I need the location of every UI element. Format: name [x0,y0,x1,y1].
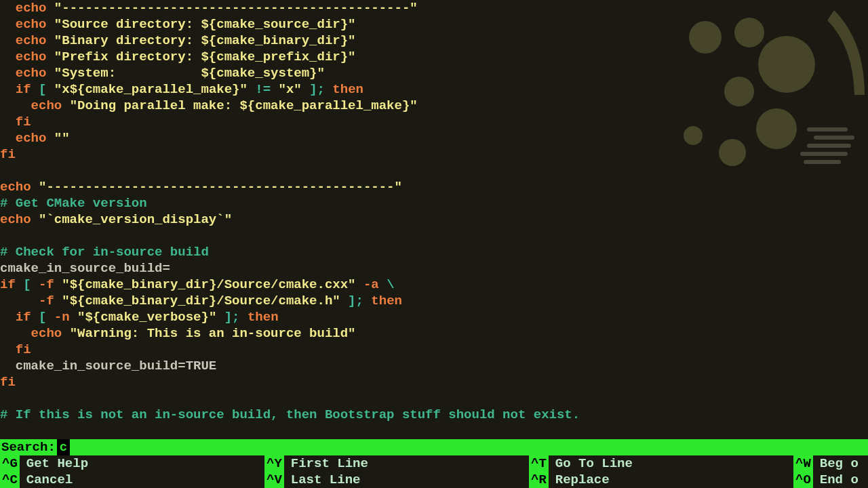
code-line [0,390,868,407]
help-item: ^GGet Help [0,455,264,472]
help-item: ^RReplace [529,472,793,488]
help-item: ^VLast Line [264,472,529,488]
search-input[interactable]: c [57,439,70,455]
code-line: # Check for in-source build [0,244,868,260]
code-line: cmake_in_source_build= [0,260,868,277]
code-line: fi [0,342,868,358]
code-line: echo "System: ${cmake_system}" [0,65,868,81]
help-item: ^TGo To Line [529,455,793,472]
help-item: ^CCancel [0,472,264,488]
code-line: echo "----------------------------------… [0,179,868,195]
help-item: ^YFirst Line [264,455,529,472]
code-line: echo "" [0,130,868,146]
shortcut-key: ^G [0,455,20,472]
search-label: Search: [0,439,56,455]
shortcut-key: ^V [264,472,284,488]
shortcut-key: ^Y [264,455,284,472]
code-line: echo "Doing parallel make: ${cmake_paral… [0,98,868,114]
code-line: # If this is not an in-source build, the… [0,407,868,423]
code-line: echo "Warning: This is an in-source buil… [0,325,868,342]
shortcut-label: Last Line [291,472,361,488]
help-item: ^OEnd o [793,472,868,488]
code-line: if [ "x${cmake_parallel_make}" != "x" ];… [0,81,868,98]
code-line: cmake_in_source_build=TRUE [0,358,868,374]
shortcut-label: Beg o [820,455,859,472]
code-line: echo "----------------------------------… [0,0,868,16]
code-line: fi [0,114,868,130]
code-line: fi [0,374,868,390]
code-line [0,163,868,179]
code-line: -f "${cmake_binary_dir}/Source/cmake.h" … [0,293,868,309]
shortcut-label: Go To Line [555,455,633,472]
shortcut-label: End o [820,472,859,488]
code-line: echo "Source directory: ${cmake_source_d… [0,16,868,33]
help-bar: ^GGet Help^CCancel^YFirst Line^VLast Lin… [0,455,868,488]
code-line: # Get CMake version [0,195,868,211]
shortcut-label: Get Help [26,455,88,472]
code-line [0,228,868,244]
search-bar[interactable]: Search: c [0,439,868,455]
shortcut-key: ^R [529,472,549,488]
code-line: echo "Prefix directory: ${cmake_prefix_d… [0,49,868,65]
shortcut-label: First Line [291,455,368,472]
code-line: echo "`cmake_version_display`" [0,211,868,228]
code-line: if [ -n "${cmake_verbose}" ]; then [0,309,868,325]
code-line: echo "Binary directory: ${cmake_binary_d… [0,33,868,49]
help-item: ^WBeg o [793,455,868,472]
shortcut-key: ^O [793,472,813,488]
code-line: if [ -f "${cmake_binary_dir}/Source/cmak… [0,277,868,293]
shortcut-label: Replace [555,472,610,488]
shortcut-key: ^T [529,455,549,472]
shortcut-key: ^W [793,455,813,472]
editor-content[interactable]: echo "----------------------------------… [0,0,868,423]
shortcut-key: ^C [0,472,20,488]
code-line: fi [0,146,868,163]
shortcut-label: Cancel [26,472,73,488]
